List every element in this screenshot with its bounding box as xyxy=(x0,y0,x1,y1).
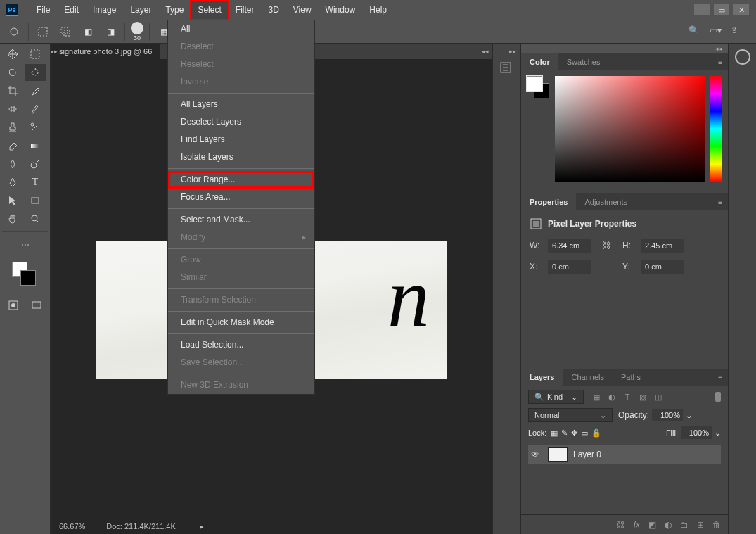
panel-menu-icon[interactable]: ≡ xyxy=(712,58,728,66)
opacity-input[interactable]: 100% xyxy=(652,409,683,421)
color-swatches[interactable] xyxy=(2,259,48,294)
share-icon[interactable]: ⇪ xyxy=(731,25,743,38)
mask-icon[interactable]: ◩ xyxy=(648,520,656,530)
creative-cloud-icon[interactable] xyxy=(735,49,750,65)
lock-artboard-icon[interactable]: ▭ xyxy=(581,428,588,438)
tab-adjustments[interactable]: Adjustments xyxy=(576,193,636,210)
stamp-tool[interactable] xyxy=(2,119,23,136)
fill-input[interactable]: 100% xyxy=(681,426,712,439)
edit-toolbar-icon[interactable]: ⋯ xyxy=(2,236,48,253)
doc-info[interactable]: Doc: 211.4K/211.4K xyxy=(106,522,175,530)
gradient-tool[interactable] xyxy=(25,137,46,154)
panel-color-swatches[interactable] xyxy=(527,76,551,100)
blend-mode-select[interactable]: Normal⌄ xyxy=(528,408,613,422)
panel-collapse-icon[interactable]: ◂◂ xyxy=(710,44,728,53)
menu-3d[interactable]: 3D xyxy=(261,0,286,20)
marquee-tool[interactable] xyxy=(25,46,46,63)
filter-pixel-icon[interactable]: ▦ xyxy=(591,391,602,402)
layer-thumbnail[interactable] xyxy=(548,447,568,462)
menuitem-deselect-layers[interactable]: Deselect Layers xyxy=(168,113,314,131)
panel-menu-icon[interactable]: ≡ xyxy=(712,374,728,381)
menu-view[interactable]: View xyxy=(286,0,319,20)
menuitem-edit-in-quick-mask-mode[interactable]: Edit in Quick Mask Mode xyxy=(168,314,314,331)
window-maximize-button[interactable]: ▭ xyxy=(714,4,729,15)
blur-tool[interactable] xyxy=(2,155,23,172)
lock-pixels-icon[interactable]: ✎ xyxy=(561,428,568,438)
new-layer-icon[interactable]: ⊞ xyxy=(697,520,704,530)
tab-color[interactable]: Color xyxy=(521,53,558,70)
fx-icon[interactable]: fx xyxy=(634,520,640,530)
adjustment-layer-icon[interactable]: ◐ xyxy=(665,520,672,530)
layer-name[interactable]: Layer 0 xyxy=(573,450,601,459)
menu-file[interactable]: File xyxy=(30,0,57,20)
lasso-tool[interactable] xyxy=(2,64,23,81)
menu-type[interactable]: Type xyxy=(158,0,191,20)
color-field[interactable] xyxy=(555,76,705,182)
screen-mode-toggle[interactable] xyxy=(26,297,47,314)
filter-toggle[interactable] xyxy=(715,392,721,402)
tool-preset-icon[interactable] xyxy=(6,23,23,40)
filter-smart-icon[interactable]: ◫ xyxy=(653,391,664,402)
quick-select-tool[interactable] xyxy=(25,64,46,81)
history-panel-icon[interactable] xyxy=(499,61,515,77)
menu-select[interactable]: Select xyxy=(191,0,228,20)
window-minimize-button[interactable]: — xyxy=(694,4,710,15)
zoom-level[interactable]: 66.67% xyxy=(59,522,85,530)
menu-edit[interactable]: Edit xyxy=(57,0,86,20)
eyedropper-tool[interactable] xyxy=(25,82,46,99)
background-color[interactable] xyxy=(20,270,36,286)
tab-channels[interactable]: Channels xyxy=(563,369,612,386)
strip-collapse-icon[interactable]: ▸▸ xyxy=(509,48,520,55)
shape-tool[interactable] xyxy=(25,192,46,209)
lock-position-icon[interactable]: ✥ xyxy=(571,428,577,438)
pen-tool[interactable] xyxy=(2,174,23,191)
collapse-left-icon[interactable]: ▸▸ xyxy=(51,48,58,55)
text-tool[interactable]: T xyxy=(25,174,46,191)
tab-swatches[interactable]: Swatches xyxy=(558,53,609,70)
collapse-right-icon[interactable]: ◂◂ xyxy=(482,48,489,55)
menu-filter[interactable]: Filter xyxy=(229,0,262,20)
path-select-tool[interactable] xyxy=(2,192,23,209)
document-tab[interactable]: signature photo 3.jpg @ 66 xyxy=(51,44,160,59)
workspace-switcher-icon[interactable]: ▭▾ xyxy=(710,25,722,38)
delete-layer-icon[interactable]: 🗑 xyxy=(712,520,721,530)
intersect-selection-icon[interactable]: ◨ xyxy=(102,23,119,40)
link-wh-icon[interactable]: ⛓ xyxy=(598,241,615,250)
width-input[interactable] xyxy=(548,239,591,253)
link-layers-icon[interactable]: ⛓ xyxy=(617,520,625,530)
menu-image[interactable]: Image xyxy=(86,0,123,20)
history-brush-tool[interactable] xyxy=(25,119,46,136)
lock-transparency-icon[interactable]: ▦ xyxy=(551,428,558,438)
brush-tool[interactable] xyxy=(25,101,46,117)
tab-paths[interactable]: Paths xyxy=(613,369,649,386)
layer-filter-kind[interactable]: 🔍Kind⌄ xyxy=(528,390,584,404)
menuitem-all-layers[interactable]: All Layers xyxy=(168,96,314,113)
quickmask-toggle[interactable] xyxy=(3,297,24,314)
menuitem-all[interactable]: All xyxy=(168,20,314,38)
window-close-button[interactable]: ✕ xyxy=(733,4,749,15)
tab-properties[interactable]: Properties xyxy=(521,193,576,210)
healing-tool[interactable] xyxy=(2,101,23,117)
y-input[interactable] xyxy=(641,260,684,274)
menu-window[interactable]: Window xyxy=(319,0,363,20)
x-input[interactable] xyxy=(548,260,591,274)
menu-layer[interactable]: Layer xyxy=(123,0,158,20)
brush-preview[interactable]: 30 xyxy=(131,22,143,42)
layer-row[interactable]: 👁 Layer 0 xyxy=(528,445,721,464)
new-selection-icon[interactable] xyxy=(34,23,51,40)
menuitem-load-selection[interactable]: Load Selection... xyxy=(168,336,314,354)
subtract-selection-icon[interactable]: ◧ xyxy=(79,23,96,40)
eraser-tool[interactable] xyxy=(2,137,23,154)
zoom-tool[interactable] xyxy=(25,210,46,227)
filter-type-icon[interactable]: T xyxy=(622,391,633,402)
hue-slider[interactable] xyxy=(710,76,722,182)
menuitem-select-and-mask[interactable]: Select and Mask... xyxy=(168,211,314,229)
visibility-eye-icon[interactable]: 👁 xyxy=(531,450,542,459)
group-icon[interactable]: 🗀 xyxy=(680,520,688,530)
menu-help[interactable]: Help xyxy=(362,0,394,20)
menuitem-isolate-layers[interactable]: Isolate Layers xyxy=(168,148,314,166)
dodge-tool[interactable] xyxy=(25,155,46,172)
filter-adjust-icon[interactable]: ◐ xyxy=(606,391,617,402)
tab-layers[interactable]: Layers xyxy=(521,369,563,386)
move-tool[interactable] xyxy=(2,46,23,63)
